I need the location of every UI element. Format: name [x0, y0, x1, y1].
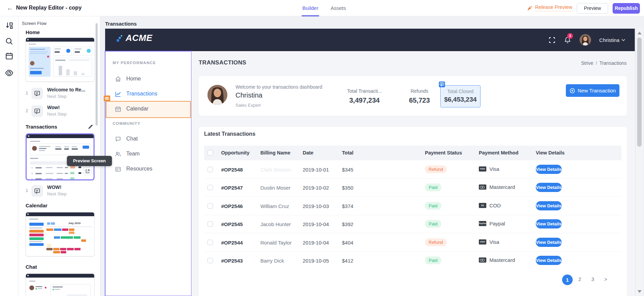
nav-item-resources[interactable]: Resources — [105, 162, 191, 177]
page-next-button[interactable]: > — [602, 276, 610, 282]
page-2-button[interactable]: 2 — [576, 276, 584, 282]
chat-screen-thumbnail[interactable] — [26, 273, 95, 296]
group-heading-home: Home — [26, 29, 40, 35]
date: 2019-10-04 — [303, 240, 329, 246]
nav-item-home[interactable]: Home — [105, 72, 191, 87]
table-row: #OP2543 Barry Dick 2019-10-05 $412 Paid … — [204, 251, 621, 270]
view-details-button[interactable]: View Details — [536, 219, 562, 228]
table-row: #OP2547 Dustin Moser 2019-10-02 $350 Pai… — [204, 178, 621, 197]
total: $350 — [342, 185, 353, 191]
window-scrollbar[interactable] — [635, 29, 643, 296]
payment-method: Paypal — [489, 221, 505, 226]
scrollbar-thumb[interactable] — [637, 38, 642, 147]
col-billing-name: Billing Name — [260, 150, 290, 156]
release-preview-link[interactable]: Release Preview — [527, 4, 572, 11]
thumb-navbar — [26, 38, 94, 42]
rocket-icon — [527, 5, 533, 11]
notifications-bell-icon[interactable]: 3 — [564, 36, 571, 44]
tab-assets[interactable]: Assets — [330, 0, 347, 16]
billing-name: Barry Dick — [260, 258, 284, 264]
calendar-rail-icon[interactable] — [5, 51, 14, 60]
release-preview-label: Release Preview — [535, 4, 572, 11]
nav-item-label: Resources — [126, 166, 152, 172]
scroll-up-arrow-icon[interactable] — [638, 32, 642, 34]
republish-button[interactable]: Republish — [613, 3, 640, 14]
new-transaction-label: New Transaction — [578, 88, 616, 93]
calendar-screen-thumbnail[interactable]: July 2023 — [26, 212, 95, 256]
profile-avatar — [207, 85, 227, 105]
step-item[interactable]: 1 Welcome to Re... Next Step — [18, 87, 100, 100]
nav-item-label: Transactions — [126, 91, 157, 97]
sidebar-scrollbar[interactable] — [96, 23, 98, 125]
nav-item-label: Home — [126, 76, 141, 82]
comment-badge-icon[interactable] — [439, 82, 445, 87]
opportunity-id: #OP2548 — [221, 167, 243, 173]
search-icon[interactable] — [5, 37, 14, 46]
nav-item-team[interactable]: Team — [105, 147, 191, 162]
user-avatar[interactable] — [579, 34, 591, 46]
back-arrow-icon[interactable]: ← — [5, 4, 14, 13]
total: $392 — [342, 221, 353, 227]
row-checkbox[interactable] — [207, 167, 213, 172]
row-checkbox[interactable] — [207, 258, 213, 263]
chat-icon — [115, 136, 121, 143]
page-title: TRANSACTIONS — [199, 59, 246, 66]
status-badge: Refund — [425, 238, 447, 246]
new-transaction-button[interactable]: New Transaction — [566, 84, 619, 97]
billing-name: Jacob Hunter — [260, 221, 291, 227]
screen-flow-sidebar: Screen Flow Home — [18, 16, 100, 296]
nav-item-calendar[interactable]: Calendar — [105, 102, 191, 117]
view-details-button[interactable]: View Details — [536, 183, 562, 192]
date: 2019-10-05 — [303, 258, 329, 264]
acme-logo-text: ACME — [126, 34, 153, 42]
step-item[interactable]: 1 WOW! Next Step — [18, 184, 100, 198]
nav-item-chat[interactable]: Chat — [105, 132, 191, 147]
visa-icon: VISA — [479, 239, 486, 245]
team-icon — [115, 151, 121, 158]
edit-pencil-icon[interactable] — [88, 124, 94, 130]
transactions-chart-icon — [115, 91, 121, 98]
preview-button[interactable]: Preview — [577, 3, 608, 14]
welcome-role: Sales Expert — [235, 103, 261, 108]
home-screen-thumbnail[interactable] — [26, 38, 95, 82]
mastercard-icon — [479, 257, 486, 263]
editor-topbar: ← New Replay Editor - copy Builder Asset… — [0, 0, 644, 16]
document-title: New Replay Editor - copy — [16, 5, 82, 11]
view-details-button[interactable]: View Details — [536, 201, 562, 210]
step-item[interactable]: 2 Wow! Next Step — [18, 104, 100, 118]
eye-icon[interactable] — [5, 69, 14, 77]
table-row: #OP2546 William Cruz 2019-10-03 $374 Pai… — [204, 197, 621, 215]
dashboard-content: TRANSACTIONS Strive/Transactions Welcome… — [191, 51, 635, 296]
opportunity-id: #OP2547 — [221, 185, 243, 191]
billing-name: Ronald Taylor — [260, 240, 291, 246]
page-3-button[interactable]: 3 — [589, 276, 597, 282]
select-all-checkbox[interactable] — [207, 150, 213, 156]
group-heading-transactions: Transactions — [26, 124, 57, 130]
view-details-button[interactable]: View Details — [536, 256, 562, 265]
row-checkbox[interactable] — [207, 240, 213, 245]
table-header: Opportunity Billing Name Date Total Paym… — [204, 146, 621, 160]
breadcrumb-parent[interactable]: Strive — [581, 60, 593, 66]
user-menu[interactable]: Christina — [599, 37, 625, 43]
nav-item-transactions[interactable]: Transactions — [105, 87, 191, 102]
view-details-button[interactable]: View Details — [536, 165, 562, 174]
open-preview-icon[interactable] — [83, 167, 91, 175]
screen-flow-icon[interactable] — [5, 21, 14, 30]
status-badge: Paid — [425, 183, 441, 191]
date: 2019-10-02 — [303, 185, 329, 191]
calendar-icon — [115, 106, 121, 113]
view-details-button[interactable]: View Details — [536, 238, 562, 247]
date: 2019-10-03 — [303, 203, 329, 209]
tab-builder[interactable]: Builder — [302, 0, 319, 16]
opportunity-id: #OP2544 — [221, 240, 243, 246]
sidebar-title: Screen Flow — [22, 21, 46, 26]
cod-icon: [0] — [479, 203, 486, 208]
row-checkbox[interactable] — [207, 185, 213, 190]
scroll-down-arrow-icon[interactable] — [638, 290, 642, 293]
hotspot-link-badge-icon[interactable] — [104, 95, 110, 101]
row-checkbox[interactable] — [207, 203, 213, 209]
stat-total-closed-highlighted[interactable]: Total Closed $6,453,234 — [440, 85, 481, 107]
page-1-button[interactable]: 1 — [562, 275, 573, 285]
row-checkbox[interactable] — [207, 221, 213, 227]
fullscreen-icon[interactable] — [548, 36, 556, 44]
